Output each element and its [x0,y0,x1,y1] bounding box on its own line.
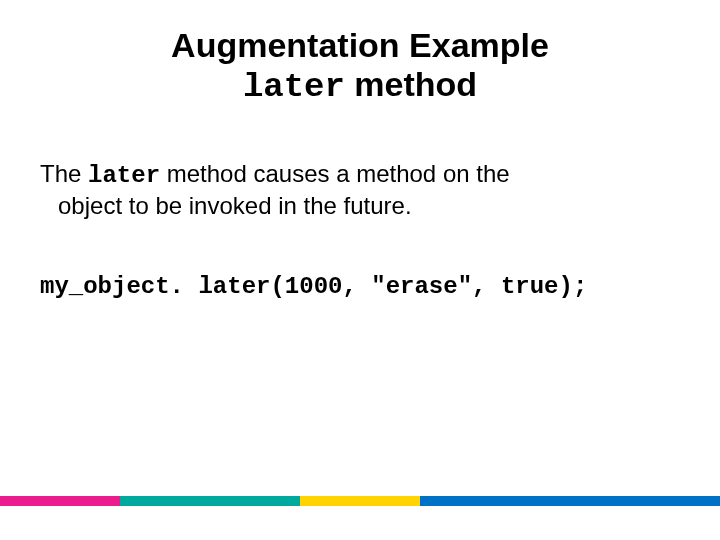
slide: Augmentation Example later method The la… [0,0,720,540]
footer-stripe [0,496,720,506]
desc-continuation: object to be invoked in the future. [40,191,680,221]
stripe-teal [120,496,300,506]
stripe-blue [420,496,720,506]
stripe-pink [0,496,120,506]
desc-later-mono: later [88,162,160,189]
code-example: my_object. later(1000, "erase", true); [40,273,680,300]
stripe-yellow [300,496,420,506]
desc-mid: method causes a method on the [160,160,510,187]
desc-pre: The [40,160,88,187]
title-line2-rest: method [345,65,477,103]
description-paragraph: The later method causes a method on the … [40,159,680,221]
title-line1: Augmentation Example [171,26,549,64]
title-later-mono: later [243,68,345,106]
slide-title: Augmentation Example later method [40,26,680,107]
